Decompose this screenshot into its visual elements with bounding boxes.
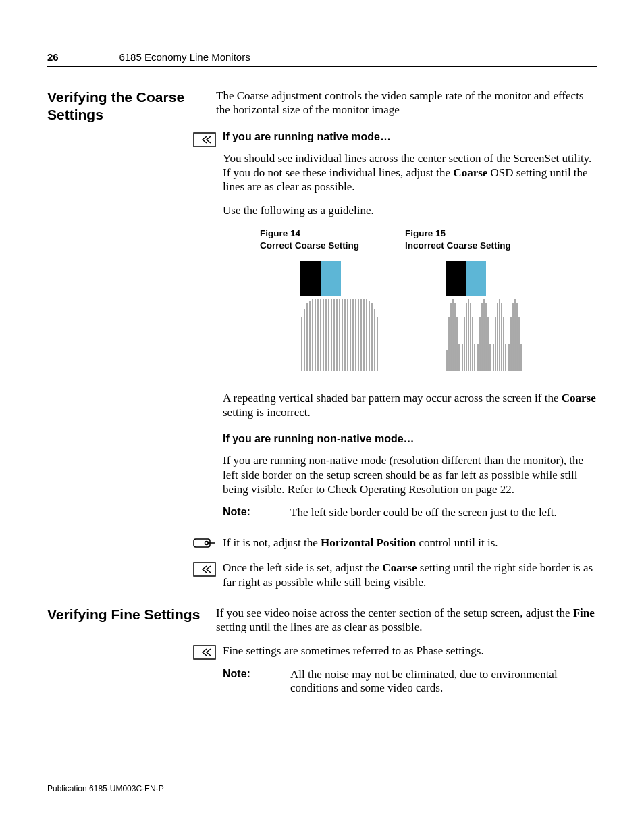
note-label: Note: [223, 506, 290, 519]
osd-menu-icon [193, 645, 216, 704]
bold-fine: Fine [573, 606, 595, 619]
text: setting until the lines are as clear as … [216, 621, 422, 633]
section-heading-coarse: Verifying the Coarse Settings [47, 88, 216, 124]
section-fine: Verifying Fine Settings If you see video… [47, 606, 597, 644]
svg-rect-69 [194, 646, 215, 659]
figure-15-swatch [446, 261, 523, 296]
figure-14-swatch [300, 261, 378, 296]
text: If you see video noise across the center… [216, 606, 573, 619]
note-text: All the noise may not be eliminated, due… [290, 668, 597, 695]
note-text: The left side border could be off the sc… [290, 506, 597, 519]
native-paragraph-2: Use the following as a guideline. [223, 203, 597, 217]
osd-menu-icon [193, 132, 216, 529]
bold-coarse: Coarse [383, 561, 417, 574]
subheading-nonnative: If you are running non-native mode… [223, 433, 597, 445]
publication-footer: Publication 6185-UM003C-EN-P [47, 784, 164, 793]
horizontal-position-icon [193, 537, 216, 554]
intro-paragraph: The Coarse adjustment controls the video… [216, 88, 597, 118]
page-number: 26 [47, 51, 59, 63]
figure-15: Figure 15 Incorrect Coarse Setting [405, 228, 523, 371]
nonnative-paragraph: If you are running non-native mode (reso… [223, 453, 597, 496]
bold-coarse: Coarse [562, 392, 596, 405]
note-2: Note: All the noise may not be eliminate… [223, 668, 597, 695]
section-coarse: Verifying the Coarse Settings The Coarse… [47, 88, 597, 127]
after-figure-paragraph: A repeating vertical shaded bar pattern … [223, 391, 597, 420]
bold-coarse: Coarse [453, 166, 487, 179]
section-heading-fine: Verifying Fine Settings [47, 606, 216, 623]
svg-rect-68 [194, 563, 215, 576]
figure-14: Figure 14 Correct Coarse Setting [260, 228, 378, 371]
coarse-adjust-paragraph: Once the left side is set, adjust the Co… [223, 561, 597, 590]
figure-title: Incorrect Coarse Setting [405, 240, 511, 251]
text: A repeating vertical shaded bar pattern … [223, 392, 562, 405]
text: Once the left side is set, adjust the [223, 561, 383, 574]
text: control until it is. [416, 536, 498, 549]
figure-15-chart [446, 296, 523, 371]
fine-paragraph-2: Fine settings are sometimes referred to … [223, 644, 597, 658]
page: 26 6185 Economy Line Monitors Verifying … [0, 0, 644, 704]
subheading-native: If you are running native mode… [223, 131, 597, 143]
header-title: 6185 Economy Line Monitors [119, 51, 250, 63]
figure-number: Figure 14 [260, 228, 300, 238]
horizontal-position-paragraph: If it is not, adjust the Horizontal Posi… [223, 536, 597, 550]
fine-paragraph-1: If you see video noise across the center… [216, 606, 597, 635]
bold-horizontal-position: Horizontal Position [321, 536, 416, 549]
svg-rect-0 [194, 133, 215, 147]
page-header: 26 6185 Economy Line Monitors [47, 51, 597, 67]
figure-title: Correct Coarse Setting [260, 240, 359, 251]
osd-menu-icon [193, 562, 216, 599]
figure-number: Figure 15 [405, 228, 446, 238]
native-paragraph-1: You should see individual lines across t… [223, 151, 597, 194]
figure-row: Figure 14 Correct Coarse Setting [260, 228, 597, 371]
note-1: Note: The left side border could be off … [223, 506, 597, 519]
text: setting is incorrect. [223, 406, 311, 419]
text: If it is not, adjust the [223, 536, 321, 549]
note-label: Note: [223, 668, 290, 695]
figure-14-chart [300, 296, 378, 371]
